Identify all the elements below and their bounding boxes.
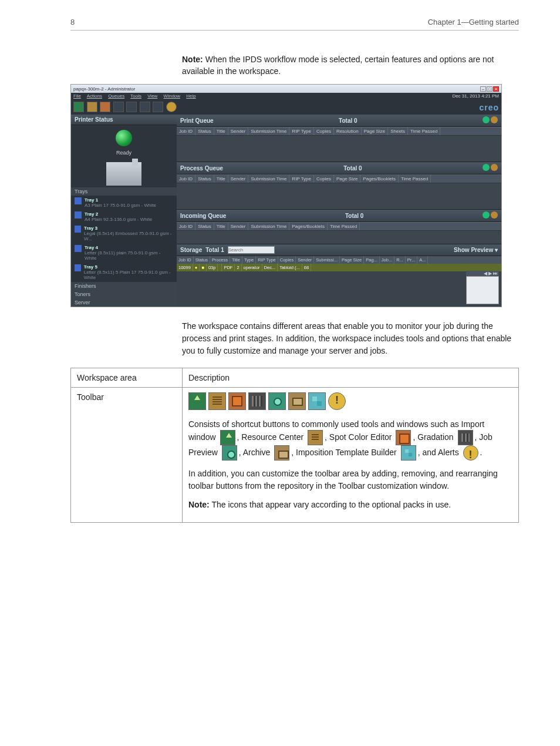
brand-logo: creo bbox=[479, 103, 499, 112]
storage-columns: Job IDStatusProcessTitleTypeRIP TypeCopi… bbox=[177, 256, 501, 264]
resource-center-icon bbox=[308, 430, 323, 445]
incoming-queue-body bbox=[177, 231, 501, 244]
tray-icon bbox=[75, 197, 82, 204]
status-orb-icon bbox=[116, 130, 132, 146]
toolbar-note: Note: The icons that appear vary accordi… bbox=[188, 499, 512, 510]
maximize-icon[interactable]: □ bbox=[487, 86, 492, 92]
menu-window[interactable]: Window bbox=[164, 93, 180, 99]
trays-header[interactable]: Trays bbox=[71, 187, 177, 196]
print-queue-columns: Job IDStatusTitleSenderSubmission TimeRI… bbox=[177, 127, 501, 136]
printer-image bbox=[71, 160, 177, 187]
table-header-area: Workspace area bbox=[71, 368, 183, 388]
import-icon[interactable] bbox=[73, 102, 84, 112]
imposition-icon[interactable] bbox=[153, 102, 163, 112]
menu-view[interactable]: View bbox=[147, 93, 157, 99]
window-buttons: –□× bbox=[480, 86, 499, 92]
import-icon bbox=[188, 392, 206, 410]
menu-bar: File Actions Queues Tools View Window He… bbox=[71, 93, 501, 100]
app-toolbar: creo bbox=[71, 100, 501, 115]
preview-nav[interactable]: ◀ ▶ ⏭ bbox=[466, 271, 499, 276]
preview-pane: ◀ ▶ ⏭ bbox=[466, 271, 499, 304]
archive-icon bbox=[288, 392, 306, 410]
tray-item[interactable]: Tray 4Letter (8.5x11) plain 75.0-91.0 gs… bbox=[71, 243, 177, 263]
window-title: papqx-300m-2 - Administrator bbox=[73, 86, 135, 92]
tray-icon bbox=[75, 264, 81, 271]
note-block: Note: When the IPDS workflow mode is sel… bbox=[182, 54, 519, 77]
search-input[interactable] bbox=[228, 246, 275, 254]
tray-item[interactable]: Tray 2A4 Plain 92.3-136.0 gsm - White bbox=[71, 210, 177, 224]
menu-file[interactable]: File bbox=[73, 93, 81, 99]
archive-icon bbox=[274, 445, 289, 461]
alerts-icon bbox=[463, 445, 478, 461]
tray-item[interactable]: Tray 1A3 Plain 17 75.0-91.0 gsm - White bbox=[71, 196, 177, 210]
resource-center-icon bbox=[208, 392, 226, 410]
printer-status-text: Ready bbox=[116, 150, 131, 156]
imposition-icon bbox=[401, 445, 416, 461]
play-icon[interactable] bbox=[483, 164, 490, 171]
process-queue-body bbox=[177, 183, 501, 209]
play-icon[interactable] bbox=[483, 211, 490, 219]
storage-row[interactable]: 10099●■03pPDF2operatorDec...Tabloid (...… bbox=[177, 264, 501, 271]
menu-queues[interactable]: Queues bbox=[108, 93, 124, 99]
server-header[interactable]: Server bbox=[71, 298, 177, 307]
import-icon bbox=[220, 430, 235, 445]
play-icon[interactable] bbox=[483, 116, 490, 123]
description-cell: Consists of shortcut buttons to commonly… bbox=[183, 388, 519, 523]
stop-icon[interactable] bbox=[491, 116, 498, 123]
spot-color-icon[interactable] bbox=[100, 102, 110, 112]
alerts-icon[interactable] bbox=[166, 102, 177, 112]
tray-icon bbox=[75, 245, 82, 252]
close-icon[interactable]: × bbox=[493, 86, 499, 92]
gradation-icon bbox=[458, 430, 473, 445]
table-header-desc: Description bbox=[183, 368, 519, 388]
chapter-title: Chapter 1—Getting started bbox=[428, 18, 519, 26]
resource-center-icon[interactable] bbox=[87, 102, 97, 112]
note-label: Note: bbox=[182, 55, 203, 64]
incoming-queue-columns: Job IDStatusTitleSenderSubmission TimePa… bbox=[177, 222, 501, 231]
preview-thumbnail bbox=[466, 276, 499, 304]
printer-icon bbox=[106, 162, 141, 186]
description-table: Workspace area Description Toolbar Consi… bbox=[70, 368, 519, 523]
print-queue-header: Print Queue Total 0 bbox=[177, 115, 501, 127]
archive-icon[interactable] bbox=[140, 102, 150, 112]
stop-icon[interactable] bbox=[491, 164, 498, 171]
window-titlebar: papqx-300m-2 - Administrator –□× bbox=[71, 85, 501, 93]
alerts-icon bbox=[328, 392, 346, 410]
job-preview-icon bbox=[222, 445, 237, 461]
note-text: When the IPDS workflow mode is selected,… bbox=[182, 55, 494, 76]
job-preview-icon[interactable] bbox=[126, 102, 137, 112]
workspace-screenshot: papqx-300m-2 - Administrator –□× File Ac… bbox=[70, 84, 502, 307]
menu-tools[interactable]: Tools bbox=[130, 93, 141, 99]
toolbar-illustration bbox=[188, 392, 346, 410]
imposition-icon bbox=[308, 392, 326, 410]
toners-header[interactable]: Toners bbox=[71, 290, 177, 298]
tray-item[interactable]: Tray 3Legal (8.5x14) Embossed 75.0-91.0 … bbox=[71, 224, 177, 243]
menu-help[interactable]: Help bbox=[186, 93, 195, 99]
process-queue-header: Process Queue Total 0 bbox=[177, 162, 501, 174]
body-paragraph: The workspace contains different areas t… bbox=[182, 320, 519, 357]
job-preview-icon bbox=[268, 392, 286, 410]
page-header: 8 Chapter 1—Getting started bbox=[70, 18, 519, 31]
tray-item[interactable]: Tray 5Letter (8.5x11) 5 Plain 17 75.0-91… bbox=[71, 263, 177, 282]
print-queue-body bbox=[177, 136, 501, 162]
storage-header: Storage Total 1 Show Preview ▾ bbox=[177, 244, 501, 256]
stop-icon[interactable] bbox=[491, 211, 498, 219]
printer-status-panel: Ready bbox=[71, 125, 177, 160]
header-datetime: Dec 31, 2013 4:21 PM bbox=[452, 93, 499, 100]
page-number: 8 bbox=[70, 18, 75, 26]
toolbar-customization-text: In addition, you can customize the toolb… bbox=[188, 468, 512, 492]
printer-status-header: Printer Status bbox=[71, 115, 177, 125]
tray-icon bbox=[75, 211, 82, 219]
minimize-icon[interactable]: – bbox=[480, 86, 486, 92]
gradation-icon bbox=[248, 392, 266, 410]
process-queue-columns: Job IDStatusTitleSenderSubmission TimeRI… bbox=[177, 174, 501, 183]
gradation-icon[interactable] bbox=[113, 102, 124, 112]
spot-color-icon bbox=[396, 430, 411, 445]
spot-color-icon bbox=[228, 392, 246, 410]
tray-list: Tray 1A3 Plain 17 75.0-91.0 gsm - White … bbox=[71, 196, 177, 282]
menu-actions[interactable]: Actions bbox=[87, 93, 102, 99]
tray-icon bbox=[75, 226, 81, 233]
workspace-area-cell: Toolbar bbox=[71, 388, 183, 523]
finishers-header[interactable]: Finishers bbox=[71, 282, 177, 290]
incoming-queue-header: Incoming Queue Total 0 bbox=[177, 210, 501, 222]
